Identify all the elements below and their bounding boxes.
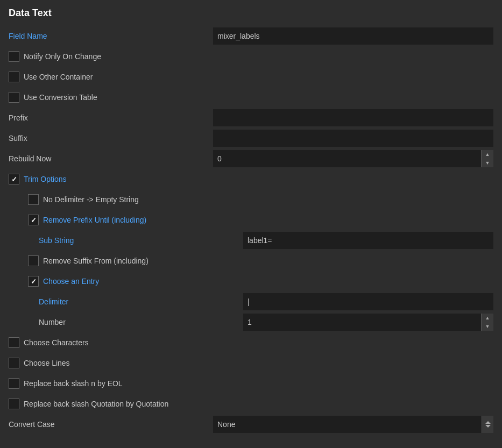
replace-backslash-q-checkbox[interactable] [9, 399, 19, 409]
field-name-input[interactable] [213, 27, 493, 45]
prefix-label: Prefix [9, 113, 28, 122]
number-input[interactable] [243, 314, 481, 331]
replace-backslash-n-checkbox[interactable] [9, 378, 19, 389]
trim-options-label: Trim Options [24, 175, 67, 183]
delimiter-input[interactable] [243, 293, 493, 310]
rebuild-now-spinner[interactable]: ▲ ▼ [481, 150, 493, 167]
convert-case-select[interactable]: None Uppercase Lowercase Title Case [213, 416, 482, 433]
rebuild-now-down[interactable]: ▼ [482, 159, 493, 167]
page-title: Data Text [9, 8, 52, 19]
number-up[interactable]: ▲ [482, 314, 493, 322]
remove-suffix-from-label: Remove Suffix From (including) [43, 257, 149, 265]
remove-suffix-from-checkbox[interactable] [28, 255, 39, 266]
number-spinner[interactable]: ▲ ▼ [481, 314, 493, 331]
use-other-container-checkbox[interactable] [9, 72, 19, 82]
notify-only-on-change-checkbox[interactable] [9, 51, 19, 62]
choose-lines-checkbox[interactable] [9, 358, 19, 368]
choose-an-entry-label: Choose an Entry [43, 277, 99, 286]
trim-options-checkbox[interactable] [9, 174, 19, 184]
rebuild-now-label: Rebuild Now [9, 154, 51, 163]
choose-characters-label: Choose Characters [24, 338, 89, 347]
convert-case-arrow [482, 416, 493, 433]
prefix-input[interactable] [213, 109, 493, 126]
choose-lines-label: Choose Lines [24, 359, 70, 367]
no-delimiter-checkbox[interactable] [28, 194, 39, 205]
sub-string-label: Sub String [39, 236, 74, 245]
suffix-label: Suffix [9, 134, 27, 143]
number-label: Number [39, 318, 66, 326]
no-delimiter-label: No Delimiter -> Empty String [43, 195, 139, 204]
replace-backslash-n-label: Replace back slash n by EOL [24, 379, 123, 388]
number-down[interactable]: ▼ [482, 322, 493, 331]
use-conversion-table-label: Use Conversion Table [24, 93, 97, 102]
sub-string-input[interactable] [243, 232, 493, 249]
choose-characters-checkbox[interactable] [9, 337, 19, 348]
convert-case-label: Convert Case [9, 420, 55, 429]
suffix-input[interactable] [213, 130, 493, 147]
remove-prefix-until-checkbox[interactable] [28, 215, 39, 225]
delimiter-label: Delimiter [39, 297, 68, 306]
rebuild-now-up[interactable]: ▲ [482, 150, 493, 159]
notify-only-on-change-label: Notify Only On Change [24, 52, 101, 61]
remove-prefix-until-label: Remove Prefix Until (including) [43, 216, 146, 224]
use-conversion-table-checkbox[interactable] [9, 92, 19, 103]
field-name-label: Field Name [9, 32, 47, 40]
choose-an-entry-checkbox[interactable] [28, 276, 39, 287]
rebuild-now-input[interactable] [213, 150, 481, 167]
use-other-container-label: Use Other Container [24, 73, 93, 81]
replace-backslash-q-label: Replace back slash Quotation by Quotatio… [24, 400, 168, 408]
